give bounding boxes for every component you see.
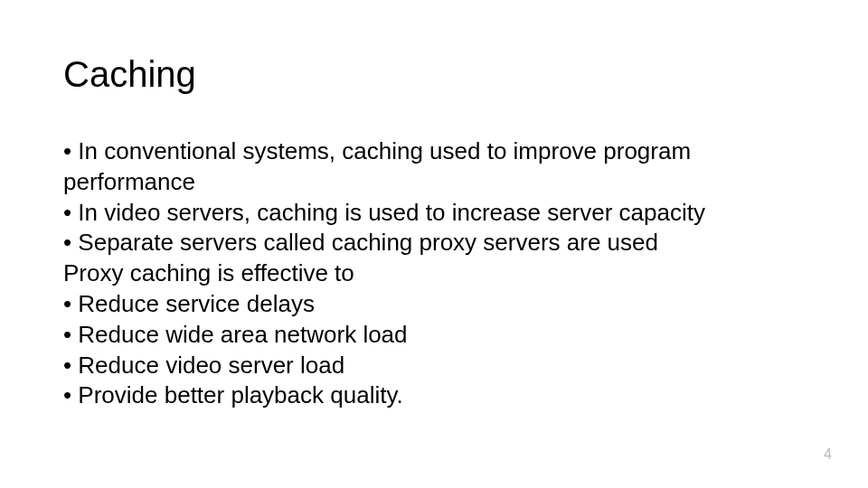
content-line: • Provide better playback quality. bbox=[63, 380, 796, 411]
slide-content: • In conventional systems, caching used … bbox=[63, 136, 796, 411]
content-line: • In conventional systems, caching used … bbox=[63, 136, 796, 167]
slide-container: Caching • In conventional systems, cachi… bbox=[0, 0, 868, 488]
content-line: • In video servers, caching is used to i… bbox=[63, 198, 796, 229]
content-line: Proxy caching is effective to bbox=[63, 258, 796, 289]
page-number: 4 bbox=[824, 446, 832, 463]
content-line: performance bbox=[63, 167, 796, 198]
content-line: • Reduce wide area network load bbox=[63, 320, 796, 351]
slide-title: Caching bbox=[63, 54, 796, 95]
content-line: • Separate servers called caching proxy … bbox=[63, 228, 796, 258]
content-line: • Reduce video server load bbox=[63, 351, 796, 381]
content-line: • Reduce service delays bbox=[63, 289, 796, 320]
